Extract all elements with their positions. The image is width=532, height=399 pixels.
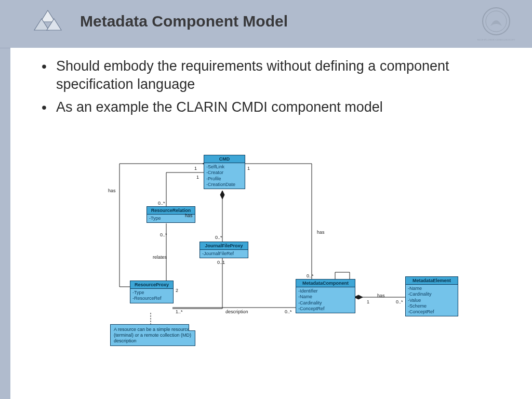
- note-fold-icon: [189, 324, 195, 331]
- uml-attr: Type: [132, 290, 171, 296]
- uml-attr: JournalFileRef: [202, 251, 246, 257]
- multiplicity: 1: [194, 166, 197, 171]
- uml-attr: Value: [408, 298, 456, 303]
- edge-label: description: [225, 309, 248, 314]
- uml-class-title: CMD: [204, 155, 245, 163]
- uml-diagram: CMD SelfLink Creator Profile CreationDat…: [88, 152, 494, 360]
- uml-attr: ConceptRef: [298, 306, 353, 312]
- uml-attr: ConceptRef: [408, 309, 456, 315]
- multiplicity: 1: [247, 166, 250, 171]
- multiplicity: 1..*: [176, 309, 183, 314]
- slide-left-bar: [0, 0, 10, 399]
- uml-class-title: ResourceProxy: [130, 281, 173, 289]
- multiplicity: 0..*: [307, 273, 314, 278]
- edge-label: has: [108, 188, 116, 193]
- triangles-icon: [32, 7, 63, 38]
- slide-body: Should embody the requirements without d…: [10, 48, 532, 399]
- slide-header: Metadata Component Model MAX-PLANCK-GESE…: [0, 0, 532, 48]
- uml-attr: Cardinality: [298, 300, 353, 306]
- uml-attr: SelfLink: [206, 164, 243, 170]
- multiplicity: 0..*: [396, 299, 403, 304]
- uml-attr: Name: [408, 286, 456, 291]
- uml-attr: Creator: [206, 170, 243, 176]
- list-item: Should embody the requirements without d…: [42, 57, 511, 93]
- svg-marker-14: [354, 295, 363, 299]
- uml-attr: Identifier: [298, 288, 353, 294]
- uml-class-journalfileproxy: JournalFileProxy JournalFileRef: [200, 242, 248, 258]
- list-item: As an example the CLARIN CMDI component …: [42, 98, 511, 116]
- uml-attr: ResourceRef: [132, 296, 171, 301]
- uml-class-title: MetadataElement: [406, 277, 458, 285]
- uml-attr: Scheme: [408, 303, 456, 309]
- edge-label: has: [185, 213, 193, 218]
- edge-label: has: [317, 230, 325, 235]
- uml-class-metadatacomponent: MetadataComponent Identifier Name Cardin…: [296, 279, 355, 313]
- multiplicity: 1: [367, 299, 369, 304]
- multiplicity: 0..*: [215, 235, 222, 240]
- uml-note: A resource can be a simple resource (ter…: [110, 324, 195, 346]
- edge-label: relates: [153, 255, 167, 260]
- uml-class-title: MetadataComponent: [296, 280, 355, 287]
- uml-attr: Profile: [206, 176, 243, 182]
- svg-text:MAX-PLANCK-GESELLSCHAFT: MAX-PLANCK-GESELLSCHAFT: [477, 38, 515, 41]
- multiplicity: 1: [196, 175, 199, 180]
- uml-class-resourceproxy: ResourceProxy Type ResourceRef: [130, 281, 174, 303]
- max-planck-emblem-icon: MAX-PLANCK-GESELLSCHAFT: [476, 4, 516, 45]
- multiplicity: 0..1: [217, 260, 225, 265]
- multiplicity: 2: [176, 288, 178, 293]
- bullet-list: Should embody the requirements without d…: [42, 57, 511, 116]
- page-title: Metadata Component Model: [80, 12, 288, 30]
- multiplicity: 0..*: [158, 201, 165, 206]
- edge-label: has: [377, 293, 385, 298]
- uml-attr: CreationDate: [206, 182, 243, 188]
- multiplicity: 0..*: [285, 309, 292, 314]
- multiplicity: 0..*: [160, 232, 167, 237]
- uml-class-metadataelement: MetadataElement Name Cardinality Value S…: [405, 276, 458, 316]
- uml-class-title: JournalFileProxy: [200, 242, 248, 250]
- uml-attr: Cardinality: [408, 291, 456, 297]
- uml-class-cmd: CMD SelfLink Creator Profile CreationDat…: [204, 155, 245, 189]
- uml-attr: Name: [298, 294, 353, 300]
- note-text: A resource can be a simple resource (ter…: [114, 327, 191, 343]
- svg-marker-9: [220, 191, 224, 199]
